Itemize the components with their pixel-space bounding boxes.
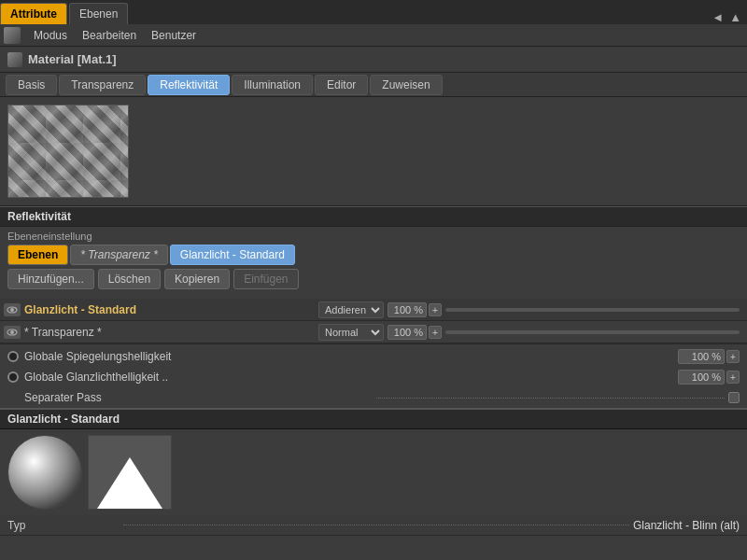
blend-select-0[interactable]: Addieren Normal Multiplizieren xyxy=(318,301,384,318)
global-label-0: Globale Spiegelungshelligkeit xyxy=(24,350,678,363)
ebene-label: Ebeneneinstellung xyxy=(7,231,740,242)
pct-plus-0[interactable]: + xyxy=(429,303,442,316)
separater-checkbox[interactable] xyxy=(728,392,740,403)
menu-bar: Modus Bearbeiten Benutzer xyxy=(0,24,747,47)
global-label-1: Globale Glanzlichthelligkeit .. xyxy=(24,371,678,384)
global-plus-0[interactable]: + xyxy=(726,350,740,363)
tab-zuweisen[interactable]: Zuweisen xyxy=(370,75,442,95)
blend-select-1[interactable]: Normal Addieren Multiplizieren xyxy=(318,324,384,341)
reflektivitaet-section-header: Reflektivität xyxy=(0,206,747,227)
layer-row-1[interactable]: * Transparenz * Normal Addieren Multipli… xyxy=(0,321,747,343)
menu-bearbeiten[interactable]: Bearbeiten xyxy=(75,27,144,44)
title-bar: Material [Mat.1] xyxy=(0,47,747,73)
material-title: Material [Mat.1] xyxy=(28,52,117,66)
triangle-shape xyxy=(97,457,162,509)
separater-dots xyxy=(376,398,725,399)
separater-pass-label: Separater Pass xyxy=(24,391,373,404)
action-button-row: Hinzufügen... Löschen Kopieren Einfügen xyxy=(7,269,740,289)
tab-basis[interactable]: Basis xyxy=(6,75,57,95)
material-preview xyxy=(7,105,129,198)
prop-label-typ: Typ xyxy=(7,519,120,532)
copy-layer-button[interactable]: Kopieren xyxy=(164,269,230,289)
layer-tab-row: Ebenen * Transparenz * Glanzlicht - Stan… xyxy=(7,245,740,265)
tab-reflektivitaet[interactable]: Reflektivität xyxy=(148,75,230,95)
highlight-preview xyxy=(88,435,172,510)
prop-dots-typ xyxy=(123,525,629,525)
layer-slider-0[interactable] xyxy=(445,308,740,312)
bottom-preview-area xyxy=(0,429,747,515)
pct-field-1[interactable] xyxy=(388,325,427,340)
tab-illumination[interactable]: Illumination xyxy=(232,75,313,95)
delete-layer-button[interactable]: Löschen xyxy=(98,269,161,289)
tab-editor[interactable]: Editor xyxy=(315,75,368,95)
layer-slider-1[interactable] xyxy=(445,330,740,334)
layer-row-0[interactable]: Glanzlicht - Standard Addieren Normal Mu… xyxy=(0,299,747,321)
add-layer-button[interactable]: Hinzufügen... xyxy=(7,269,94,289)
tab-transparenz[interactable]: Transparenz xyxy=(59,75,146,95)
left-arrow-icon[interactable]: ◄ xyxy=(712,10,724,24)
paste-layer-button[interactable]: Einfügen xyxy=(233,269,298,289)
layer-tab-glanz[interactable]: Glanzlicht - Standard xyxy=(170,245,295,265)
separater-pass-row: Separater Pass xyxy=(0,387,747,408)
global-row-1: Globale Glanzlichthelligkeit .. + xyxy=(0,367,747,387)
material-icon xyxy=(7,52,22,67)
pct-field-0[interactable] xyxy=(388,302,427,317)
sub-tabs: Basis Transparenz Reflektivität Illumina… xyxy=(0,73,747,97)
layer-name-1: * Transparenz * xyxy=(24,326,318,339)
ebene-controls: Ebeneneinstellung Ebenen * Transparenz *… xyxy=(0,227,747,299)
tab-attribute[interactable]: Attribute xyxy=(0,3,67,24)
tab-ebenen[interactable]: Ebenen xyxy=(69,3,128,24)
global-pct-0[interactable] xyxy=(678,349,725,364)
prop-row-typ[interactable]: Typ Glanzlicht - Blinn (alt) xyxy=(0,515,747,536)
pct-plus-1[interactable]: + xyxy=(429,326,442,339)
app-icon xyxy=(4,27,21,44)
global-row-0: Globale Spiegelungshelligkeit + xyxy=(0,346,747,367)
prop-value-typ: Glanzlicht - Blinn (alt) xyxy=(633,519,740,532)
global-plus-1[interactable]: + xyxy=(726,371,740,384)
layer-eye-1[interactable] xyxy=(4,326,21,339)
layer-tab-ebenen[interactable]: Ebenen xyxy=(7,245,68,265)
layer-name-0: Glanzlicht - Standard xyxy=(24,303,318,316)
radio-1[interactable] xyxy=(7,371,19,383)
menu-benutzer[interactable]: Benutzer xyxy=(144,27,204,44)
layer-list: Glanzlicht - Standard Addieren Normal Mu… xyxy=(0,299,747,343)
svg-point-3 xyxy=(10,330,14,334)
global-pct-1[interactable] xyxy=(678,370,725,385)
prop-rows: Typ Glanzlicht - Blinn (alt) xyxy=(0,515,747,536)
sphere-preview xyxy=(7,435,82,510)
radio-0[interactable] xyxy=(7,351,19,362)
layer-eye-0[interactable] xyxy=(4,303,21,316)
top-tab-bar: Attribute Ebenen ◄ ▲ xyxy=(0,0,747,24)
menu-modus[interactable]: Modus xyxy=(26,27,75,44)
up-arrow-icon[interactable]: ▲ xyxy=(729,10,741,24)
svg-point-1 xyxy=(10,308,14,312)
layer-tab-transparenz[interactable]: * Transparenz * xyxy=(70,245,167,265)
bottom-section-title: Glanzlicht - Standard xyxy=(0,408,747,429)
